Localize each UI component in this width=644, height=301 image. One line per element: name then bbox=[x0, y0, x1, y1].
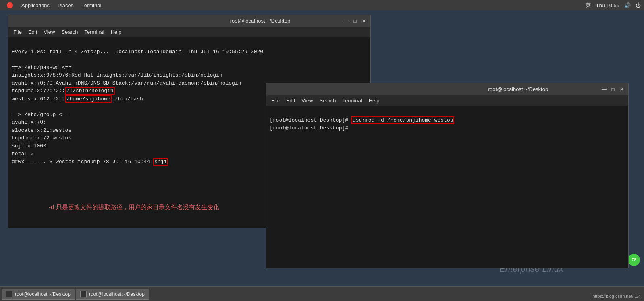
terminal-menu-terminal-2[interactable]: Terminal bbox=[340, 98, 365, 104]
taskbar-item-2[interactable]: root@localhost:~/Desktop bbox=[76, 289, 149, 300]
tcpdump-line: tcpdump:x:72:72::/:/sbin/nologin bbox=[12, 87, 115, 95]
terminal-menu-file-1[interactable]: File bbox=[11, 29, 24, 35]
taskbar-item-1[interactable]: root@localhost:~/Desktop bbox=[2, 289, 75, 300]
slocate-line: slocate:x:21:westos bbox=[12, 127, 71, 133]
terminal-1-titlebar: root@localhost:~/Desktop — □ ✕ bbox=[8, 15, 370, 27]
terminal-menu-search-1[interactable]: Search bbox=[59, 29, 80, 35]
close-button-1[interactable]: ✕ bbox=[361, 18, 367, 24]
taskbar-icon-2 bbox=[80, 291, 87, 297]
volume-icon[interactable]: 🔊 bbox=[624, 2, 631, 8]
terminal-menu-view-2[interactable]: View bbox=[299, 98, 315, 104]
westos-line: westos:x:612:72::/home/snjihome /bin/bas… bbox=[12, 95, 143, 103]
prompt-line: [root@localhost Desktop]# bbox=[270, 125, 351, 131]
terminal-menu-file-2[interactable]: File bbox=[269, 98, 282, 104]
taskbar-label-2: root@localhost:~/Desktop bbox=[89, 291, 145, 297]
terminal-2-title: root@localhost:~/Desktop bbox=[435, 86, 601, 92]
snji-highlight: snji bbox=[153, 158, 168, 166]
power-icon[interactable]: ⏻ bbox=[636, 2, 641, 8]
top-bar-left: 🔴 Applications Places Terminal bbox=[3, 2, 104, 8]
avahi-line: avahi:x:70:70:Avahi mDNS/DNS-SD Stack:/v… bbox=[12, 80, 241, 86]
places-menu[interactable]: Places bbox=[54, 2, 77, 8]
terminal-menu-edit-2[interactable]: Edit bbox=[284, 98, 297, 104]
top-bar-right: 英 Thu 10:55 🔊 ⏻ bbox=[586, 2, 641, 9]
terminal-menu-help-1[interactable]: Help bbox=[108, 29, 124, 35]
total-line: total 0 bbox=[12, 151, 34, 157]
snji-line: snji:x:1000: bbox=[12, 143, 50, 149]
terminal-1-controls: — □ ✕ bbox=[343, 18, 367, 24]
passwd-header: ==> /etc/passwd <== bbox=[12, 64, 71, 71]
terminal-2-titlebar: root@localhost:~/Desktop — □ ✕ bbox=[266, 83, 628, 95]
taskbar-url: https://blog.csdn.net/ 1/4 bbox=[592, 294, 641, 299]
terminal-menu-edit-1[interactable]: Edit bbox=[26, 29, 39, 35]
lang-indicator: 英 bbox=[586, 2, 591, 9]
desktop: Enterprise Linux 78 root@localhost:~/Des… bbox=[0, 10, 644, 290]
taskbar-icon-1 bbox=[6, 291, 12, 297]
terminal-window-2: root@localhost:~/Desktop — □ ✕ File Edit… bbox=[266, 83, 629, 268]
terminal-menu-terminal-1[interactable]: Terminal bbox=[82, 29, 107, 35]
top-menubar: 🔴 Applications Places Terminal 英 Thu 10:… bbox=[0, 0, 644, 10]
terminal-2-controls: — □ ✕ bbox=[601, 86, 625, 93]
drwx-line: drwx------. 3 westos tcpdump 78 Jul 16 1… bbox=[12, 158, 168, 166]
terminal-2-menubar: File Edit View Search Terminal Help bbox=[266, 95, 628, 106]
terminal-menu-view-1[interactable]: View bbox=[41, 29, 57, 35]
taskbar-label-1: root@localhost:~/Desktop bbox=[15, 291, 71, 297]
clock: Thu 10:55 bbox=[596, 2, 619, 8]
close-button-2[interactable]: ✕ bbox=[619, 86, 625, 93]
tcpdump-highlight: /:/sbin/nologin bbox=[65, 87, 115, 95]
usermod-command-highlight: usermod -d /home/snjihome westos bbox=[351, 116, 455, 124]
terminal-menu-help-2[interactable]: Help bbox=[366, 98, 382, 104]
maximize-button-2[interactable]: □ bbox=[610, 86, 616, 93]
terminal-menu[interactable]: Terminal bbox=[78, 2, 104, 8]
insights-line: insights:x:978:976:Red Hat Insights:/var… bbox=[12, 72, 222, 78]
notification-circle: 78 bbox=[628, 254, 640, 266]
maximize-button-1[interactable]: □ bbox=[352, 18, 358, 24]
taskbar: root@localhost:~/Desktop root@localhost:… bbox=[0, 286, 644, 301]
annotation-text: -d 只是更改文件的提取路径，用户的家目录文件名没有发生变化 bbox=[49, 203, 219, 212]
watch-line: Every 1.0s: tail -n 4 /etc/p... localhos… bbox=[12, 49, 263, 55]
applications-menu[interactable]: Applications bbox=[18, 2, 53, 8]
minimize-button-2[interactable]: — bbox=[601, 86, 607, 93]
home-highlight: /home/snjihome bbox=[65, 95, 112, 103]
terminal-1-title: root@localhost:~/Desktop bbox=[177, 18, 343, 24]
terminal-2-body: [root@localhost Desktop]# usermod -d /ho… bbox=[266, 106, 628, 268]
redhat-icon[interactable]: 🔴 bbox=[3, 2, 17, 8]
terminal-menu-search-2[interactable]: Search bbox=[317, 98, 338, 104]
terminal-1-menubar: File Edit View Search Terminal Help bbox=[8, 27, 370, 37]
minimize-button-1[interactable]: — bbox=[343, 18, 349, 24]
usermod-line: [root@localhost Desktop]# usermod -d /ho… bbox=[270, 116, 454, 124]
group-header: ==> /etc/group <== bbox=[12, 112, 68, 118]
tcpdump-group: tcpdump:x:72:westos bbox=[12, 135, 71, 141]
avahi-group: avahi:x:70: bbox=[12, 119, 46, 125]
